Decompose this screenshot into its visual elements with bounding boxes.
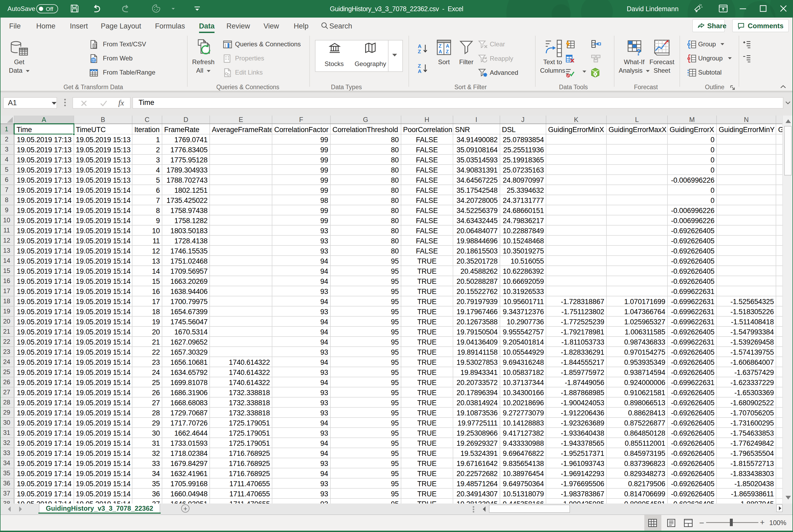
- svg-text:Z: Z: [418, 49, 421, 54]
- svg-text:Z: Z: [439, 43, 442, 49]
- svg-text:?: ?: [636, 47, 641, 57]
- svg-text:A: A: [439, 49, 442, 54]
- svg-text:Z: Z: [446, 49, 449, 54]
- svg-text:A: A: [418, 43, 422, 49]
- svg-text:A: A: [418, 69, 422, 74]
- svg-text:A: A: [446, 43, 449, 49]
- svg-text:Z: Z: [418, 63, 421, 69]
